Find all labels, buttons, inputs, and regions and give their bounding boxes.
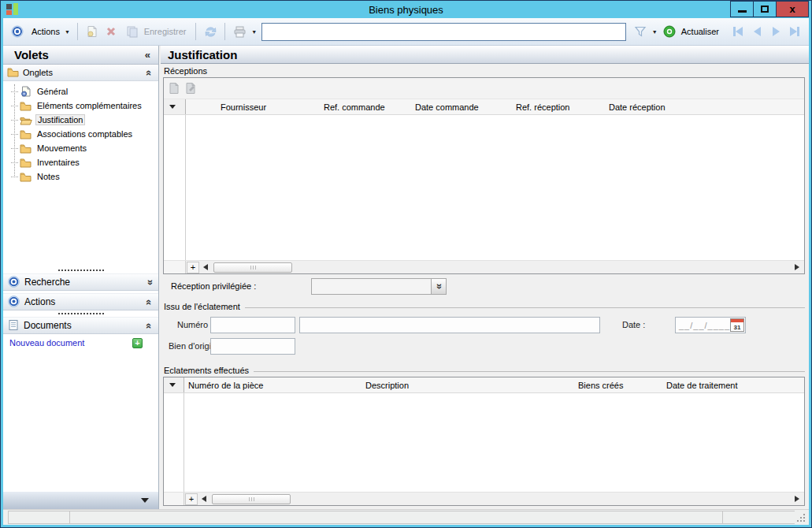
receptions-grid-toolbar (164, 78, 804, 99)
numero-label: Numéro : (177, 320, 213, 329)
receptions-grid-hscroll: + (164, 260, 804, 273)
eclatements-grid-body[interactable] (164, 393, 804, 492)
search-input[interactable] (261, 23, 626, 41)
tree-item-elements-complementaires[interactable]: Eléments complémentaires (3, 99, 158, 113)
folder-icon (20, 172, 32, 182)
print-icon[interactable] (232, 24, 247, 39)
hscroll-thumb[interactable] (213, 262, 292, 273)
receptions-grid: Fournisseur Ref. commande Date commande … (163, 77, 805, 274)
collapse-up-icon[interactable]: « (144, 322, 154, 328)
actions-section-header[interactable]: Actions « (3, 293, 158, 310)
tree-item-notes[interactable]: Notes (3, 169, 158, 184)
volets-header: Volets « (3, 46, 158, 65)
column-header-biens-crees[interactable]: Biens créés (574, 381, 662, 390)
new-document-row: Nouveau document + (3, 334, 158, 350)
eclatements-group: Eclatements effectués (164, 366, 805, 375)
column-header-date-commande[interactable]: Date commande (411, 102, 512, 112)
onglets-header[interactable]: Onglets « (3, 65, 158, 81)
grid-open-document-icon[interactable] (169, 82, 180, 95)
row-selector-header[interactable] (164, 377, 184, 392)
previous-record-button[interactable] (747, 24, 766, 39)
toolbar-separator (224, 23, 225, 40)
column-header-fournisseur[interactable]: Fournisseur (186, 102, 320, 112)
tree-item-justification[interactable]: Justification (3, 113, 158, 127)
refresh-data-button[interactable]: Actualiser (658, 23, 724, 40)
caret-down-icon: ▼ (65, 29, 70, 35)
column-header-ref-reception[interactable]: Ref. réception (512, 102, 605, 112)
grid-edit-document-icon[interactable] (185, 82, 196, 95)
collapse-up-icon[interactable]: « (144, 299, 154, 304)
panel-splitter[interactable] (58, 313, 104, 314)
panel-splitter[interactable] (58, 270, 104, 271)
bien-origine-input[interactable] (210, 338, 295, 355)
filter-funnel-icon[interactable] (633, 24, 647, 39)
add-row-button[interactable]: + (187, 262, 199, 273)
tree-item-label: Associations comptables (35, 128, 135, 139)
receptions-label: Réceptions (164, 66, 805, 76)
first-record-button[interactable] (729, 24, 747, 39)
onglets-label: Onglets (23, 68, 146, 77)
date-field[interactable]: __/__/____ 31 (675, 317, 746, 333)
status-bar (3, 509, 809, 525)
reception-privilegiee-combo[interactable]: « (311, 278, 447, 295)
scroll-left-button[interactable] (198, 493, 210, 505)
scroll-down-icon[interactable] (141, 498, 149, 503)
folder-icon (20, 158, 32, 168)
tree-item-general[interactable]: Général (3, 84, 158, 99)
new-document-link[interactable]: Nouveau document (9, 338, 132, 348)
print-caret-down-icon[interactable]: ▼ (251, 29, 257, 35)
eclatements-grid-header: Numéro de la pièce Description Biens cré… (164, 377, 804, 393)
minimize-button[interactable] (730, 1, 754, 17)
refresh-data-label: Actualiser (681, 27, 719, 36)
scroll-left-button[interactable] (199, 262, 212, 273)
column-header-ref-commande[interactable]: Ref. commande (320, 102, 411, 112)
refresh-icon[interactable] (203, 24, 217, 39)
row-selector-header[interactable] (164, 99, 186, 114)
new-document-icon[interactable] (85, 24, 99, 39)
scroll-right-button[interactable] (791, 262, 803, 273)
add-row-button[interactable]: + (185, 493, 198, 505)
collapse-sidebar-icon[interactable]: « (145, 50, 150, 60)
date-mask: __/__/____ (676, 321, 730, 330)
volets-title: Volets (14, 48, 145, 61)
expand-down-icon[interactable]: « (144, 279, 154, 284)
add-plus-icon[interactable]: + (132, 338, 143, 348)
save-button[interactable]: Enregistrer (121, 23, 191, 40)
column-header-date-traitement[interactable]: Date de traitement (662, 381, 804, 390)
eclatements-grid-hscroll: + (164, 492, 804, 505)
filter-caret-down-icon[interactable]: ▼ (652, 29, 658, 35)
column-header-description[interactable]: Description (362, 381, 574, 390)
column-header-date-reception[interactable]: Date réception (605, 102, 804, 112)
caret-down-icon (169, 383, 176, 387)
calendar-button[interactable]: 31 (730, 318, 744, 332)
recherche-section-header[interactable]: Recherche « (3, 273, 158, 291)
tree-item-inventaires[interactable]: Inventaires (3, 155, 158, 169)
calendar-icon (731, 319, 743, 322)
column-header-numero-piece[interactable]: Numéro de la pièce (184, 381, 362, 390)
main-panel: Justification Réceptions (161, 46, 809, 509)
resize-grip[interactable] (795, 511, 807, 524)
tree-item-associations-comptables[interactable]: Associations comptables (3, 127, 158, 141)
chevron-down-icon: « (433, 284, 443, 289)
tree-item-label: Eléments complémentaires (35, 100, 144, 111)
receptions-grid-header: Fournisseur Ref. commande Date commande … (164, 99, 804, 115)
last-record-button[interactable] (785, 24, 804, 39)
numero-description-input[interactable] (299, 317, 600, 333)
maximize-button[interactable] (753, 1, 777, 17)
issu-eclatement-fields: Numéro : Date : __/__/____ 31 Bien d'ori… (163, 313, 805, 362)
collapse-up-icon[interactable]: « (144, 69, 154, 75)
actions-dropdown-button[interactable]: Actions ▼ (27, 25, 72, 38)
reception-privilegiee-row: Réception privilégiée : « (163, 274, 805, 298)
recherche-target-icon (8, 276, 20, 289)
next-record-button[interactable] (766, 24, 785, 39)
numero-input[interactable] (210, 317, 295, 333)
documents-section-header[interactable]: Documents « (3, 317, 158, 334)
combo-dropdown-button[interactable]: « (431, 279, 446, 294)
close-button[interactable]: x (776, 1, 809, 17)
tree-item-mouvements[interactable]: Mouvements (3, 141, 158, 155)
receptions-grid-body[interactable] (164, 115, 804, 260)
hscroll-thumb[interactable] (212, 494, 291, 504)
delete-icon[interactable] (104, 24, 118, 39)
scroll-right-button[interactable] (791, 493, 803, 505)
documents-label: Documents (24, 320, 146, 331)
